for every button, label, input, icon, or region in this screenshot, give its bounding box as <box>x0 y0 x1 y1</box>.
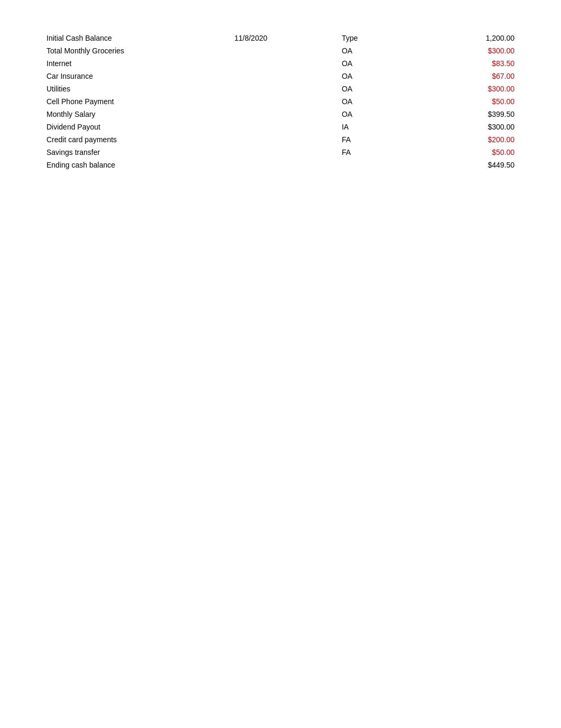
ledger-table: Initial Cash Balance 11/8/2020 Type 1,20… <box>42 32 519 171</box>
row-label-5: Monthly Salary <box>42 108 230 121</box>
table-row: Monthly Salary OA $399.50 <box>42 108 519 121</box>
row-type-6: IA <box>338 121 418 133</box>
initial-balance-amount: 1,200.00 <box>418 32 519 44</box>
row-date-4 <box>230 95 338 108</box>
row-amount-5: $399.50 <box>418 108 519 121</box>
table-row: Cell Phone Payment OA $50.00 <box>42 95 519 108</box>
table-row: Savings transfer FA $50.00 <box>42 146 519 159</box>
row-type-5: OA <box>338 108 418 121</box>
initial-balance-date: 11/8/2020 <box>230 32 338 44</box>
row-label-3: Utilities <box>42 82 230 95</box>
table-row: Car Insurance OA $67.00 <box>42 70 519 82</box>
row-label-1: Internet <box>42 57 230 70</box>
row-type-3: OA <box>338 82 418 95</box>
row-amount-4: $50.00 <box>418 95 519 108</box>
ending-balance-type <box>338 159 418 171</box>
row-type-1: OA <box>338 57 418 70</box>
row-date-2 <box>230 70 338 82</box>
table-row: Total Monthly Groceries OA $300.00 <box>42 44 519 57</box>
table-row: Internet OA $83.50 <box>42 57 519 70</box>
table-row: Dividend Payout IA $300.00 <box>42 121 519 133</box>
row-amount-7: $200.00 <box>418 133 519 146</box>
ending-balance-label: Ending cash balance <box>42 159 230 171</box>
row-type-0: OA <box>338 44 418 57</box>
row-label-6: Dividend Payout <box>42 121 230 133</box>
row-date-3 <box>230 82 338 95</box>
row-date-5 <box>230 108 338 121</box>
row-amount-6: $300.00 <box>418 121 519 133</box>
ending-balance-row: Ending cash balance $449.50 <box>42 159 519 171</box>
page-container: Initial Cash Balance 11/8/2020 Type 1,20… <box>0 0 561 203</box>
row-label-0: Total Monthly Groceries <box>42 44 230 57</box>
row-label-2: Car Insurance <box>42 70 230 82</box>
row-amount-1: $83.50 <box>418 57 519 70</box>
ending-balance-amount: $449.50 <box>418 159 519 171</box>
row-date-6 <box>230 121 338 133</box>
table-row: Credit card payments FA $200.00 <box>42 133 519 146</box>
row-amount-2: $67.00 <box>418 70 519 82</box>
ending-balance-date <box>230 159 338 171</box>
row-amount-8: $50.00 <box>418 146 519 159</box>
row-date-8 <box>230 146 338 159</box>
row-amount-3: $300.00 <box>418 82 519 95</box>
initial-balance-label: Initial Cash Balance <box>42 32 230 44</box>
row-type-7: FA <box>338 133 418 146</box>
row-date-7 <box>230 133 338 146</box>
row-type-8: FA <box>338 146 418 159</box>
row-date-0 <box>230 44 338 57</box>
type-header: Type <box>338 32 418 44</box>
initial-balance-row: Initial Cash Balance 11/8/2020 Type 1,20… <box>42 32 519 44</box>
table-row: Utilities OA $300.00 <box>42 82 519 95</box>
row-label-4: Cell Phone Payment <box>42 95 230 108</box>
row-type-2: OA <box>338 70 418 82</box>
row-amount-0: $300.00 <box>418 44 519 57</box>
row-label-8: Savings transfer <box>42 146 230 159</box>
row-label-7: Credit card payments <box>42 133 230 146</box>
row-type-4: OA <box>338 95 418 108</box>
row-date-1 <box>230 57 338 70</box>
